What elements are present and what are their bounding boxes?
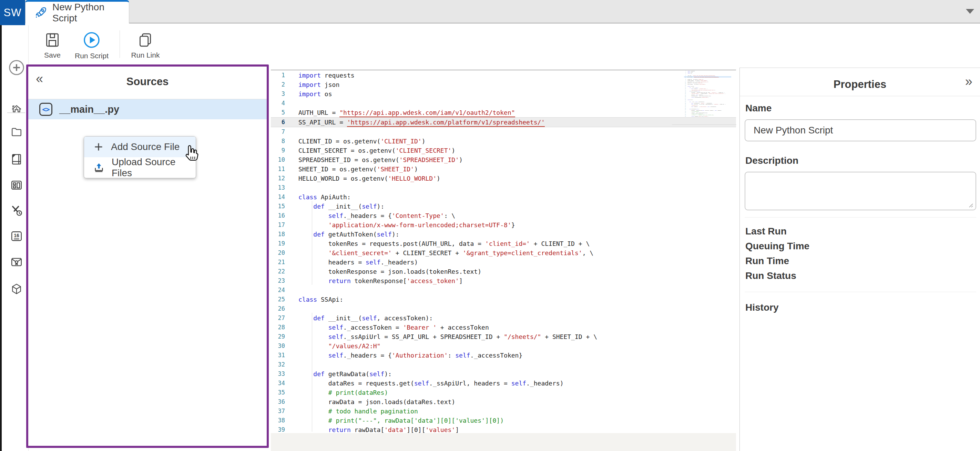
code-line-10[interactable]: 10SPREADSHEET_ID = os.getenv('SPREADSHEE… xyxy=(271,155,736,164)
indent-guide xyxy=(312,313,312,432)
menu-item-add-source-file[interactable]: Add Source File xyxy=(84,137,196,157)
properties-divider xyxy=(745,217,976,218)
editor-minimap[interactable]: 1import requests2import json3import os45… xyxy=(684,70,731,123)
code-line-5[interactable]: 5AUTH_URL = "https://api.app.wdesk.com/i… xyxy=(271,108,736,117)
source-file-row[interactable]: <> __main__.py xyxy=(28,99,267,119)
code-line-13[interactable]: 13 xyxy=(271,183,736,193)
properties-divider xyxy=(745,292,976,292)
code-line-38[interactable]: 38 # print("---", rawData['data'][0]['va… xyxy=(271,416,736,425)
code-line-24[interactable]: 24 xyxy=(271,285,736,295)
run-play-icon xyxy=(83,32,100,48)
code-line-19[interactable]: 19 tokenRes = requests.post(AUTH_URL, da… xyxy=(271,239,736,248)
workspaces-logo[interactable]: SW xyxy=(0,0,25,25)
resize-grip-icon[interactable] xyxy=(967,202,974,208)
code-line-16[interactable]: 16 self._headers = {'Content-Type': \ xyxy=(271,211,736,220)
name-input[interactable] xyxy=(745,119,976,141)
code-line-25[interactable]: 25class SSApi: xyxy=(271,295,736,304)
code-line-26[interactable]: 26 xyxy=(271,304,736,314)
certificate-icon[interactable] xyxy=(11,256,22,268)
code-line-7[interactable]: 7 xyxy=(271,127,736,137)
code-line-1[interactable]: 1import requests xyxy=(271,71,736,80)
minimap-divider xyxy=(672,124,737,125)
home-icon[interactable] xyxy=(11,104,22,115)
code-line-23[interactable]: 23 return tokenResponse['access_token'] xyxy=(271,276,736,285)
run-status-label: Run Status xyxy=(745,268,810,283)
code-line-35[interactable]: 35 # print(dataRes) xyxy=(271,388,736,397)
properties-header-divider xyxy=(740,96,980,96)
code-line-2[interactable]: 2import json xyxy=(271,80,736,89)
code-line-21[interactable]: 21 headers = self._headers) xyxy=(271,258,736,267)
code-line-20[interactable]: 20 '&client_secret=' + CLIENT_SECRET + '… xyxy=(271,248,736,258)
code-line-37[interactable]: 37 # todo handle pagination xyxy=(271,406,736,416)
left-sidebar: 16 xyxy=(2,25,29,451)
sources-panel: « Sources <> __main__.py xyxy=(26,64,269,448)
code-line-14[interactable]: 14class ApiAuth: xyxy=(271,193,736,202)
code-line-34[interactable]: 34 dataRes = requests.get(self._ssApiUrl… xyxy=(271,379,736,388)
files-folder-icon[interactable] xyxy=(11,126,22,138)
code-line-36[interactable]: 36 rawData = json.loads(dataRes.text) xyxy=(271,397,736,406)
code-line-31[interactable]: 31 self._headers = {'Authorization': sel… xyxy=(271,351,736,360)
last-run-label: Last Run xyxy=(745,224,810,239)
properties-panel: Properties » Name Description Last Run Q… xyxy=(740,68,980,451)
code-line-11[interactable]: 11SHEET_ID = os.getenv('SHEET_ID') xyxy=(271,164,736,174)
code-editor[interactable]: 1import requests2import json3import os45… xyxy=(271,71,736,435)
code-line-27[interactable]: 27 def __init__(self, accessToken): xyxy=(271,314,736,323)
code-line-17[interactable]: 17 'application/x-www-form-urlencoded;ch… xyxy=(271,220,736,229)
scripts-clock-icon[interactable] xyxy=(10,204,23,217)
code-line-6[interactable]: 6SS_API_URL = 'https://api.app.wdesk.com… xyxy=(271,117,736,127)
code-line-3[interactable]: 3import os xyxy=(271,89,736,99)
code-line-39[interactable]: 39 return rawData['data'][0]['values'] xyxy=(684,115,731,116)
add-circle-icon[interactable] xyxy=(8,59,25,76)
calendar-number: 16 xyxy=(14,233,19,238)
book-icon[interactable] xyxy=(11,153,22,165)
run-time-label: Run Time xyxy=(745,253,810,268)
editor-top-border xyxy=(271,70,736,70)
description-textarea[interactable] xyxy=(745,172,976,210)
code-line-30[interactable]: 30 "/values/A2:H" xyxy=(271,341,736,351)
app-window: SW New Python Script Save xyxy=(0,0,980,451)
calendar-icon[interactable]: 16 xyxy=(11,230,22,242)
code-line-33[interactable]: 33 def getRawData(self): xyxy=(271,369,736,379)
save-icon xyxy=(45,32,60,48)
dashboard-icon[interactable] xyxy=(11,179,22,191)
upload-icon xyxy=(94,163,104,173)
code-line-18[interactable]: 18 def getAuthToken(self): xyxy=(271,229,736,239)
chevron-down-icon[interactable] xyxy=(966,9,974,14)
sources-header: « Sources xyxy=(28,67,267,99)
run-script-button[interactable]: Run Script xyxy=(75,32,108,60)
code-line-32[interactable]: 32 xyxy=(271,360,736,369)
description-label: Description xyxy=(745,155,799,166)
run-link-button[interactable]: Run Link xyxy=(131,32,160,59)
properties-title: Properties xyxy=(740,78,980,91)
run-info-list: Last Run Queuing Time Run Time Run Statu… xyxy=(745,224,810,283)
code-line-9[interactable]: 9CLIENT_SECRET = os.getenv('CLIENT_SECRE… xyxy=(271,146,736,155)
indent-guide xyxy=(312,201,312,285)
code-file-icon: <> xyxy=(39,103,52,116)
code-line-29[interactable]: 29 self._ssApiUrl = SS_API_URL + SPREADS… xyxy=(271,332,736,341)
source-file-name: __main__.py xyxy=(59,104,119,115)
collapse-properties-icon[interactable]: » xyxy=(965,74,972,89)
sources-context-menu: Add Source File Upload Source Files xyxy=(84,136,196,178)
queuing-time-label: Queuing Time xyxy=(745,239,810,253)
history-label: History xyxy=(745,302,778,313)
code-line-15[interactable]: 15 def __init__(self): xyxy=(271,202,736,211)
name-label: Name xyxy=(745,103,772,114)
menu-item-upload-source-files[interactable]: Upload Source Files xyxy=(84,157,196,178)
code-line-22[interactable]: 22 tokenResponse = json.loads(tokenRes.t… xyxy=(271,267,736,276)
save-button[interactable]: Save xyxy=(44,32,60,59)
editor-bottom-band xyxy=(271,433,736,451)
code-line-8[interactable]: 8CLIENT_ID = os.getenv('CLIENT_ID') xyxy=(271,137,736,146)
code-line-12[interactable]: 12HELLO_WORLD = os.getenv('HELLO_WORLD') xyxy=(271,174,736,183)
sources-title: Sources xyxy=(28,75,267,88)
copy-link-icon xyxy=(138,32,153,48)
rocket-icon xyxy=(35,6,47,19)
plus-icon xyxy=(94,142,103,152)
tab-new-python-script[interactable]: New Python Script xyxy=(25,0,129,24)
code-line-4[interactable]: 4 xyxy=(271,99,736,108)
toolbar-divider xyxy=(119,30,120,58)
mouse-cursor-hand xyxy=(182,145,200,163)
tab-title: New Python Script xyxy=(52,2,129,24)
package-cube-icon[interactable] xyxy=(11,283,22,295)
tab-bar xyxy=(0,0,980,24)
code-line-28[interactable]: 28 self._accessToken = 'Bearer ' + acces… xyxy=(271,323,736,332)
